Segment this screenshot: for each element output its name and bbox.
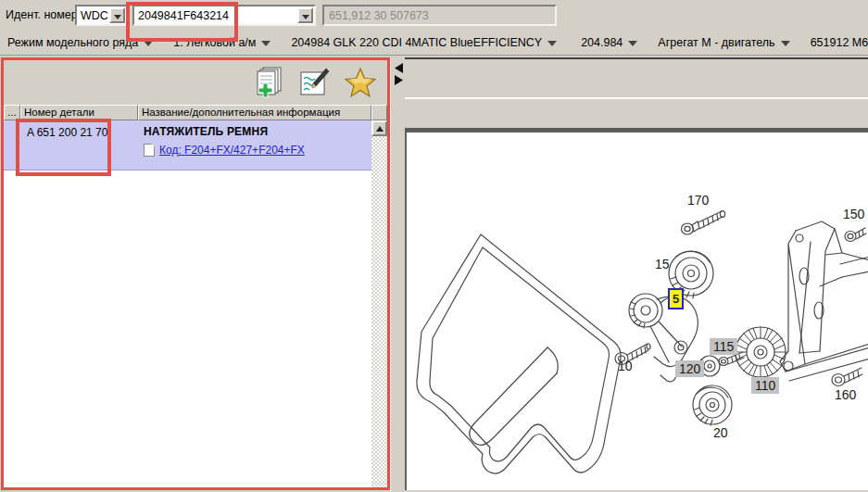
chevron-down-icon xyxy=(547,41,557,46)
part-name: НАТЯЖИТЕЛЬ РЕМНЯ xyxy=(144,125,371,138)
table-row[interactable]: A 651 200 21 70 НАТЯЖИТЕЛЬ РЕМНЯ Код: F2… xyxy=(4,120,387,170)
part-name-cell: НАТЯЖИТЕЛЬ РЕМНЯ Код: F204+FX/427+F204+F… xyxy=(138,120,371,170)
callout-110[interactable]: 110 xyxy=(751,377,779,394)
parts-table: ... Номер детали Название/дополнительная… xyxy=(4,105,387,487)
menu-engine[interactable]: 651912 M651 D22 G4 xyxy=(811,36,868,49)
favorite-star-icon[interactable] xyxy=(345,66,376,99)
parts-table-header: ... Номер детали Название/дополнительная… xyxy=(4,105,387,120)
ident-type-value: WDC xyxy=(81,9,108,22)
document-icon xyxy=(144,144,155,157)
callout-5-selected[interactable]: 5 xyxy=(668,288,684,309)
diagram-toolbar-empty xyxy=(405,59,868,99)
scrollbar-track[interactable] xyxy=(371,136,387,487)
column-name: Название/дополнительная информация xyxy=(138,105,371,120)
menu-mode[interactable]: Режим модельного ряда xyxy=(7,36,153,49)
column-scrollbar-stub xyxy=(371,105,387,120)
callout-20[interactable]: 20 xyxy=(713,426,728,439)
callout-15[interactable]: 15 xyxy=(655,258,670,271)
callout-170[interactable]: 170 xyxy=(687,194,709,207)
collapse-left-icon[interactable] xyxy=(395,63,403,73)
chevron-down-icon xyxy=(628,41,637,46)
diagram-panel: 170 15 5 10 115 120 110 20 150 160 xyxy=(405,57,868,492)
parts-diagram: 170 15 5 10 115 120 110 20 150 160 xyxy=(405,131,868,490)
edit-note-icon[interactable] xyxy=(298,66,330,99)
table-scrollbar[interactable] xyxy=(371,120,387,487)
ident-label: Идент. номер xyxy=(6,8,78,21)
callout-120[interactable]: 120 xyxy=(675,360,704,377)
menu-aggregate[interactable]: Агрегат M - двигатель xyxy=(658,36,789,49)
engine-number-readonly-field: 651,912 30 507673 xyxy=(322,5,557,26)
ident-type-select[interactable]: WDC xyxy=(75,5,128,26)
ident-bar: Идент. номер WDC 2049841F643214 651,912 … xyxy=(0,0,868,31)
vin-value: 2049841F643214 xyxy=(138,9,229,22)
collapse-right-icon[interactable] xyxy=(395,75,403,85)
column-part-number: Номер детали xyxy=(20,105,138,120)
scrollbar-up-button[interactable] xyxy=(371,120,387,136)
parts-list-panel: ... Номер детали Название/дополнительная… xyxy=(1,57,390,490)
parts-toolbar xyxy=(4,60,387,105)
add-document-icon[interactable] xyxy=(252,66,283,99)
belt-tensioner-line-art xyxy=(407,132,868,490)
chevron-down-icon xyxy=(114,15,121,19)
diagram-subbar-empty xyxy=(405,99,868,128)
chevron-down-icon xyxy=(302,15,309,19)
callout-10[interactable]: 10 xyxy=(618,360,633,372)
menu-model[interactable]: 204984 GLK 220 CDI 4MATIC BlueEFFICIENCY xyxy=(291,36,557,49)
part-code-link[interactable]: Код: F204+FX/427+F204+FX xyxy=(159,144,305,157)
context-menubar: Режим модельного ряда 1. Легковой а/м 20… xyxy=(0,31,868,56)
vin-dropdown-button[interactable] xyxy=(297,7,313,23)
callout-115[interactable]: 115 xyxy=(710,338,737,355)
column-dots: ... xyxy=(4,105,20,120)
chevron-down-icon xyxy=(144,41,153,46)
vin-input[interactable]: 2049841F643214 xyxy=(132,5,316,26)
chevron-down-icon xyxy=(781,41,790,46)
panel-splitter[interactable] xyxy=(390,57,405,492)
callout-150[interactable]: 150 xyxy=(843,208,864,221)
menu-vehicle-class[interactable]: 1. Легковой а/м xyxy=(173,36,270,49)
callout-160[interactable]: 160 xyxy=(835,388,856,401)
epc-window: { "colors": { "window_bg": "#d4d0c8", "r… xyxy=(0,0,868,492)
scroll-up-icon xyxy=(376,126,384,132)
menu-model-code[interactable]: 204.984 xyxy=(581,36,637,49)
engine-number-value: 651,912 30 507673 xyxy=(329,9,429,22)
ident-type-dropdown-button[interactable] xyxy=(109,7,125,23)
chevron-down-icon xyxy=(261,41,270,46)
part-number-cell: A 651 200 21 70 xyxy=(20,120,138,170)
